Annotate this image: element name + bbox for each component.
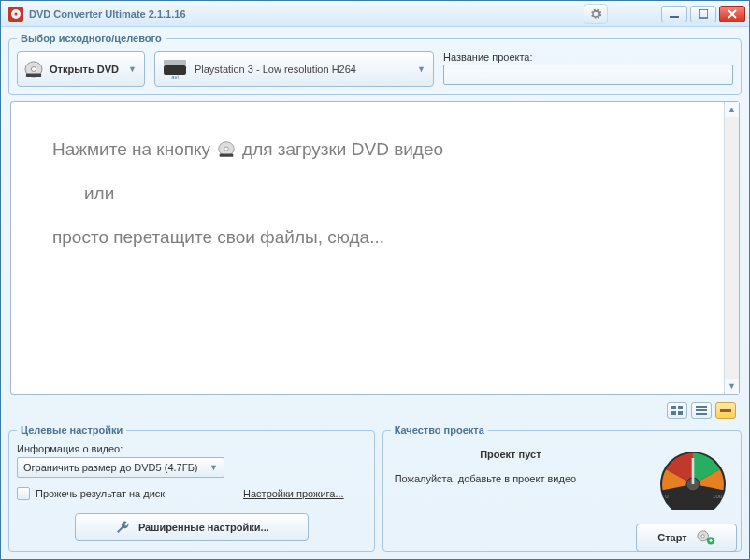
svg-text:100: 100 — [713, 493, 723, 499]
burn-row: Прожечь результат на диск Настройки прож… — [17, 487, 367, 500]
advanced-settings-button[interactable]: Раширенные настройки... — [75, 513, 309, 541]
quality-gauge-icon: 0 100 — [651, 445, 735, 510]
list-icon — [696, 406, 707, 415]
svg-rect-21 — [720, 409, 731, 412]
placeholder-text-1a: Нажмите на кнопку — [52, 139, 210, 161]
drop-placeholder: Нажмите на кнопку для загрузки DVD видео… — [11, 102, 724, 394]
svg-rect-13 — [220, 154, 234, 157]
app-icon — [8, 7, 23, 22]
playstation-icon: avi — [163, 59, 187, 79]
target-settings-legend: Целевые настройки — [17, 424, 126, 436]
svg-rect-19 — [696, 409, 707, 411]
convert-icon — [697, 529, 715, 546]
chevron-down-icon: ▼ — [209, 463, 218, 472]
wrench-icon — [114, 520, 131, 535]
placeholder-or: или — [84, 183, 686, 205]
svg-rect-18 — [696, 406, 707, 408]
project-name-input[interactable] — [443, 65, 733, 85]
scroll-up-icon[interactable]: ▲ — [725, 102, 739, 117]
profile-label: Playstation 3 - Low resolution H264 — [195, 64, 356, 75]
svg-point-6 — [31, 67, 36, 72]
project-name-label: Название проекта: — [443, 51, 733, 63]
titlebar: DVD Converter Ultimate 2.1.1.16 — [1, 1, 749, 27]
quality-legend: Качество проекта — [391, 424, 488, 436]
minimize-button[interactable] — [661, 6, 687, 22]
detail-icon — [720, 406, 731, 415]
profile-select[interactable]: avi Playstation 3 - Low resolution H264 … — [154, 51, 434, 87]
view-detail-button[interactable] — [715, 402, 736, 419]
project-name-block: Название проекта: — [443, 51, 733, 85]
bottom-panels: Целевые настройки Информация о видео: Ог… — [8, 424, 742, 552]
open-dvd-button[interactable]: Открыть DVD ▼ — [17, 51, 145, 87]
svg-rect-9 — [164, 60, 186, 65]
svg-point-2 — [15, 12, 18, 15]
burn-settings-link[interactable]: Настройки прожига... — [243, 488, 344, 499]
view-mode-buttons — [8, 400, 742, 419]
chevron-down-icon: ▼ — [128, 65, 137, 74]
maximize-icon — [699, 9, 708, 19]
dvd-disc-icon — [216, 140, 237, 159]
svg-rect-3 — [670, 16, 679, 18]
open-dvd-label: Открыть DVD — [50, 64, 119, 75]
view-list-button[interactable] — [691, 402, 712, 419]
view-grid-button[interactable] — [667, 402, 687, 419]
source-target-legend: Выбор исходного/целевого — [17, 33, 166, 44]
project-empty-title: Проект пуст — [391, 449, 630, 460]
svg-text:0: 0 — [665, 493, 669, 499]
quality-group: Качество проекта Проект пуст Пожалуйста,… — [382, 424, 742, 552]
scroll-down-icon[interactable]: ▼ — [725, 379, 739, 394]
svg-rect-20 — [696, 413, 707, 415]
target-settings-group: Целевые настройки Информация о видео: Ог… — [8, 424, 375, 552]
placeholder-text-2: просто перетащите свои файлы, сюда... — [52, 227, 686, 249]
content-area: Выбор исходного/целевого Открыть DVD ▼ a… — [1, 27, 749, 559]
placeholder-text-1b: для загрузки DVD видео — [242, 139, 443, 161]
close-button[interactable] — [719, 6, 745, 22]
svg-rect-4 — [699, 9, 708, 18]
minimize-icon — [670, 9, 679, 19]
size-limit-value: Ограничить размер до DVD5 (4.7ГБ) — [23, 462, 198, 473]
svg-rect-17 — [678, 411, 683, 415]
svg-rect-15 — [678, 406, 683, 409]
close-icon — [728, 9, 737, 19]
svg-rect-16 — [671, 411, 676, 415]
scroll-track[interactable] — [725, 117, 739, 379]
size-limit-select[interactable]: Ограничить размер до DVD5 (4.7ГБ) ▼ — [17, 457, 224, 478]
vertical-scrollbar[interactable]: ▲ ▼ — [724, 102, 739, 394]
dvd-disc-icon — [23, 61, 44, 78]
start-button[interactable]: Старт — [636, 524, 737, 552]
start-label: Старт — [657, 532, 686, 543]
advanced-settings-label: Раширенные настройки... — [138, 522, 269, 533]
svg-point-12 — [224, 147, 229, 151]
chevron-down-icon: ▼ — [417, 65, 425, 74]
burn-checkbox[interactable] — [17, 487, 30, 500]
svg-rect-14 — [671, 406, 676, 409]
app-window: DVD Converter Ultimate 2.1.1.16 Выбор ис… — [0, 0, 750, 560]
settings-button[interactable] — [584, 4, 608, 24]
svg-rect-7 — [26, 74, 41, 78]
source-target-row: Открыть DVD ▼ avi Playstation 3 - Low re… — [17, 51, 733, 87]
window-title: DVD Converter Ultimate 2.1.1.16 — [29, 8, 584, 20]
system-buttons — [584, 4, 745, 24]
burn-label: Прожечь результат на диск — [36, 488, 165, 499]
maximize-button[interactable] — [690, 6, 716, 22]
svg-text:avi: avi — [171, 74, 179, 79]
video-info-label: Информация о видео: — [17, 443, 367, 454]
svg-point-28 — [701, 535, 704, 538]
source-target-group: Выбор исходного/целевого Открыть DVD ▼ a… — [8, 33, 742, 95]
drop-area[interactable]: Нажмите на кнопку для загрузки DVD видео… — [10, 101, 740, 395]
grid-icon — [671, 406, 683, 415]
gear-icon — [589, 7, 602, 21]
